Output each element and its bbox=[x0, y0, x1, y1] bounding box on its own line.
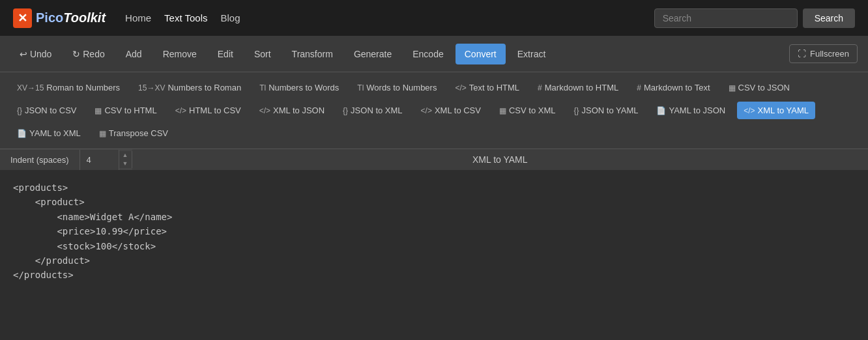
settings-input-wrap: ▲ ▼ bbox=[80, 150, 132, 170]
json-to-yaml-label: JSON to YAML bbox=[582, 106, 639, 115]
logo-icon: ✕ bbox=[13, 8, 32, 28]
search-area: Search bbox=[654, 8, 855, 28]
search-button[interactable]: Search bbox=[803, 8, 855, 28]
convert-options: XV→15 Roman to Numbers 15→XV Numbers to … bbox=[0, 72, 868, 149]
csv-to-html-label: CSV to HTML bbox=[104, 106, 156, 115]
transpose-csv-label: Transpose CSV bbox=[109, 128, 168, 138]
xml-to-yaml-btn[interactable]: </> XML to YAML bbox=[737, 102, 815, 119]
logo-text: PicoToolkit bbox=[36, 10, 106, 25]
json-to-yaml-btn[interactable]: {} JSON to YAML bbox=[568, 102, 645, 119]
xml-to-yaml-icon: </> bbox=[744, 106, 755, 115]
settings-bar: Indent (spaces) ▲ ▼ XML to YAML bbox=[0, 149, 868, 170]
search-input[interactable] bbox=[654, 8, 798, 28]
encode-button[interactable]: Encode bbox=[403, 44, 452, 64]
undo-button[interactable]: ↩ Undo bbox=[10, 44, 61, 64]
yaml-to-xml-icon: 📄 bbox=[17, 129, 27, 138]
html-to-csv-btn[interactable]: </> HTML to CSV bbox=[169, 102, 248, 119]
html-to-csv-label: HTML to CSV bbox=[189, 106, 241, 115]
extract-button[interactable]: Extract bbox=[508, 44, 555, 64]
csv-to-json-btn[interactable]: ▦ CSV to JSON bbox=[722, 79, 796, 96]
csv-to-html-btn[interactable]: ▦ CSV to HTML bbox=[88, 102, 163, 119]
words-to-num-label: Words to Numbers bbox=[366, 83, 437, 92]
roman-to-num-label: Roman to Numbers bbox=[46, 83, 120, 92]
words-to-num-btn[interactable]: Tl Words to Numbers bbox=[351, 79, 443, 96]
json-to-csv-icon: {} bbox=[17, 106, 22, 115]
logo: ✕ PicoToolkit bbox=[13, 8, 106, 28]
roman-to-num-btn[interactable]: XV→15 Roman to Numbers bbox=[10, 79, 126, 96]
csv-to-html-icon: ▦ bbox=[94, 106, 102, 115]
yaml-to-json-label: YAML to JSON bbox=[669, 106, 725, 115]
num-to-words-icon: Tl bbox=[259, 83, 266, 92]
json-to-xml-icon: {} bbox=[343, 106, 348, 115]
toolbar: ↩ Undo ↻ Redo Add Remove Edit Sort Trans… bbox=[0, 36, 868, 72]
convert-button[interactable]: Convert bbox=[456, 44, 506, 64]
md-to-html-icon: # bbox=[538, 83, 542, 92]
transform-button[interactable]: Transform bbox=[283, 44, 342, 64]
navbar: ✕ PicoToolkit Home Text Tools Blog Searc… bbox=[0, 0, 868, 36]
nav-links: Home Text Tools Blog bbox=[125, 12, 635, 23]
num-to-roman-icon: 15→XV bbox=[138, 83, 165, 92]
text-to-html-icon: </> bbox=[455, 83, 466, 92]
csv-to-xml-btn[interactable]: ▦ CSV to XML bbox=[493, 102, 562, 119]
nav-blog[interactable]: Blog bbox=[221, 12, 240, 23]
yaml-to-xml-btn[interactable]: 📄 YAML to XML bbox=[10, 124, 87, 142]
fullscreen-label: Fullscreen bbox=[810, 49, 849, 59]
yaml-to-json-btn[interactable]: 📄 YAML to JSON bbox=[650, 102, 732, 119]
xml-to-csv-icon: </> bbox=[421, 106, 432, 115]
xml-to-json-icon: </> bbox=[259, 106, 270, 115]
md-to-text-label: Markdown to Text bbox=[644, 83, 710, 92]
num-to-roman-label: Numbers to Roman bbox=[167, 83, 241, 92]
fullscreen-button[interactable]: ⛶ Fullscreen bbox=[789, 44, 858, 63]
yaml-to-xml-label: YAML to XML bbox=[29, 128, 81, 138]
json-to-xml-btn[interactable]: {} JSON to XML bbox=[336, 102, 409, 119]
json-to-xml-label: JSON to XML bbox=[351, 106, 402, 115]
xml-to-yaml-label: XML to YAML bbox=[758, 106, 809, 115]
words-to-num-icon: Tl bbox=[357, 83, 364, 92]
json-to-csv-btn[interactable]: {} JSON to CSV bbox=[10, 102, 83, 119]
html-to-csv-icon: </> bbox=[175, 106, 186, 115]
text-to-html-btn[interactable]: </> Text to HTML bbox=[448, 79, 526, 96]
spin-down-button[interactable]: ▼ bbox=[119, 160, 132, 168]
editor-area[interactable]: <products> <product> <name>Widget A</nam… bbox=[0, 170, 868, 300]
edit-button[interactable]: Edit bbox=[209, 44, 242, 64]
csv-to-xml-icon: ▦ bbox=[499, 106, 506, 115]
settings-title: XML to YAML bbox=[132, 149, 868, 170]
roman-to-num-icon: XV→15 bbox=[17, 83, 44, 92]
xml-to-json-label: XML to JSON bbox=[273, 106, 325, 115]
nav-text-tools[interactable]: Text Tools bbox=[164, 12, 207, 23]
json-to-csv-label: JSON to CSV bbox=[25, 106, 76, 115]
xml-to-json-btn[interactable]: </> XML to JSON bbox=[253, 102, 331, 119]
md-to-text-btn[interactable]: # Markdown to Text bbox=[630, 79, 716, 96]
csv-to-json-icon: ▦ bbox=[729, 83, 736, 92]
num-to-words-label: Numbers to Words bbox=[268, 83, 339, 92]
num-to-words-btn[interactable]: Tl Numbers to Words bbox=[253, 79, 345, 96]
settings-spinners: ▲ ▼ bbox=[119, 151, 132, 168]
remove-button[interactable]: Remove bbox=[154, 44, 206, 64]
csv-to-xml-label: CSV to XML bbox=[509, 106, 556, 115]
indent-input[interactable] bbox=[80, 150, 119, 170]
generate-button[interactable]: Generate bbox=[345, 44, 401, 64]
csv-to-json-label: CSV to JSON bbox=[738, 83, 790, 92]
xml-to-csv-btn[interactable]: </> XML to CSV bbox=[414, 102, 487, 119]
transpose-csv-btn[interactable]: ▦ Transpose CSV bbox=[93, 124, 175, 142]
fullscreen-icon: ⛶ bbox=[798, 49, 806, 59]
nav-home[interactable]: Home bbox=[125, 12, 151, 23]
settings-label: Indent (spaces) bbox=[0, 150, 80, 170]
md-to-text-icon: # bbox=[637, 83, 641, 92]
logo-toolkit: Toolkit bbox=[63, 10, 106, 25]
md-to-html-btn[interactable]: # Markdown to HTML bbox=[531, 79, 625, 96]
yaml-to-json-icon: 📄 bbox=[656, 106, 666, 115]
num-to-roman-btn[interactable]: 15→XV Numbers to Roman bbox=[132, 79, 248, 96]
text-to-html-label: Text to HTML bbox=[469, 83, 519, 92]
json-to-yaml-icon: {} bbox=[574, 106, 579, 115]
spin-up-button[interactable]: ▲ bbox=[119, 151, 132, 160]
xml-to-csv-label: XML to CSV bbox=[435, 106, 481, 115]
md-to-html-label: Markdown to HTML bbox=[545, 83, 618, 92]
add-button[interactable]: Add bbox=[117, 44, 151, 64]
logo-pico: Pico bbox=[36, 10, 63, 25]
editor-content: <products> <product> <name>Widget A</nam… bbox=[13, 180, 855, 283]
transpose-csv-icon: ▦ bbox=[99, 129, 106, 138]
sort-button[interactable]: Sort bbox=[245, 44, 280, 64]
redo-button[interactable]: ↻ Redo bbox=[63, 44, 113, 64]
